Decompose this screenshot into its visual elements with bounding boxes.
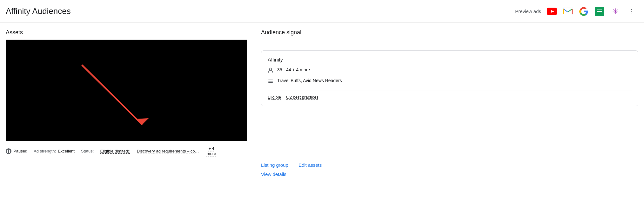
- audience-interests-row: Travel Buffs, Avid News Readers: [268, 78, 632, 86]
- header: Affinity Audiences Preview ads: [0, 0, 644, 23]
- ad-strength-status: Ad strength: Excellent: [34, 149, 75, 153]
- action-links-row1: Listing group Edit assets: [261, 162, 638, 168]
- person-icon: [268, 68, 273, 75]
- gmail-icon[interactable]: [563, 6, 573, 16]
- more-options-icon[interactable]: ⋮: [626, 6, 636, 16]
- svg-line-8: [82, 65, 142, 125]
- svg-rect-15: [268, 82, 273, 83]
- interests-text: Travel Buffs, Avid News Readers: [277, 78, 342, 83]
- paused-icon: [6, 148, 11, 154]
- action-links-row2: View details: [261, 172, 638, 177]
- svg-rect-14: [268, 81, 273, 81]
- svg-point-12: [270, 68, 272, 70]
- youtube-icon[interactable]: [547, 6, 557, 16]
- assets-title: Assets: [6, 29, 253, 36]
- video-container[interactable]: [6, 40, 247, 141]
- age-range-text: 35 - 44 + 4 more: [277, 67, 310, 72]
- eligible-limited-status[interactable]: Eligible (limited):: [100, 149, 130, 153]
- paused-label: Paused: [13, 149, 27, 153]
- svg-text:✳: ✳: [612, 7, 619, 16]
- annotation-arrow: [6, 40, 247, 141]
- preview-ads-label: Preview ads: [515, 9, 541, 14]
- sheets-icon[interactable]: [594, 6, 605, 16]
- header-actions: Preview ads: [515, 6, 636, 16]
- listing-group-link[interactable]: Listing group: [261, 162, 288, 168]
- ad-strength-value: Excellent: [58, 149, 75, 153]
- status-bar: Paused Ad strength: Excellent Status: El…: [6, 141, 253, 156]
- svg-rect-10: [7, 150, 8, 153]
- svg-rect-4: [597, 10, 602, 10]
- discovery-text[interactable]: Discovery ad requirements – confu...: [137, 149, 200, 153]
- svg-rect-11: [9, 150, 10, 153]
- best-practices-link[interactable]: 0/2 best practices: [286, 95, 319, 100]
- google-icon[interactable]: [579, 6, 589, 16]
- svg-rect-5: [597, 11, 602, 12]
- audience-signal-title: Audience signal: [261, 29, 638, 36]
- plus-more-text[interactable]: + 4 more: [207, 146, 216, 156]
- ad-strength-label: Ad strength:: [34, 149, 56, 153]
- audience-card-footer: Eligible 0/2 best practices: [268, 95, 632, 100]
- status-status: Status:: [81, 149, 94, 153]
- audience-card-divider: [268, 90, 632, 90]
- edit-assets-link[interactable]: Edit assets: [299, 162, 322, 168]
- plus-more[interactable]: + 4 more: [207, 146, 216, 156]
- audience-age-row: 35 - 44 + 4 more: [268, 67, 632, 75]
- svg-marker-9: [135, 118, 149, 125]
- status-label: Status:: [81, 149, 94, 153]
- svg-rect-6: [597, 13, 600, 13]
- discovery-requirement[interactable]: Discovery ad requirements – confu...: [137, 149, 200, 153]
- list-icon: [268, 78, 273, 86]
- main-content: Assets Paused Ad strength: Excelle: [0, 23, 644, 177]
- assets-panel: Assets Paused Ad strength: Excelle: [6, 29, 253, 177]
- view-details-link[interactable]: View details: [261, 172, 286, 177]
- eligible-link[interactable]: Eligible: [268, 95, 281, 100]
- audience-panel: Audience signal Affinity 35 - 44 + 4 mor…: [261, 29, 638, 156]
- asterisk-icon[interactable]: ✳: [610, 6, 621, 16]
- svg-rect-13: [268, 80, 273, 80]
- paused-status: Paused: [6, 148, 27, 154]
- right-panel: Audience signal Affinity 35 - 44 + 4 mor…: [261, 29, 638, 177]
- audience-card: Affinity 35 - 44 + 4 more: [261, 50, 638, 106]
- action-links-container: Listing group Edit assets View details: [261, 156, 638, 177]
- page-title: Affinity Audiences: [6, 6, 71, 16]
- audience-card-title: Affinity: [268, 57, 632, 63]
- eligible-limited-text[interactable]: Eligible (limited):: [100, 149, 130, 153]
